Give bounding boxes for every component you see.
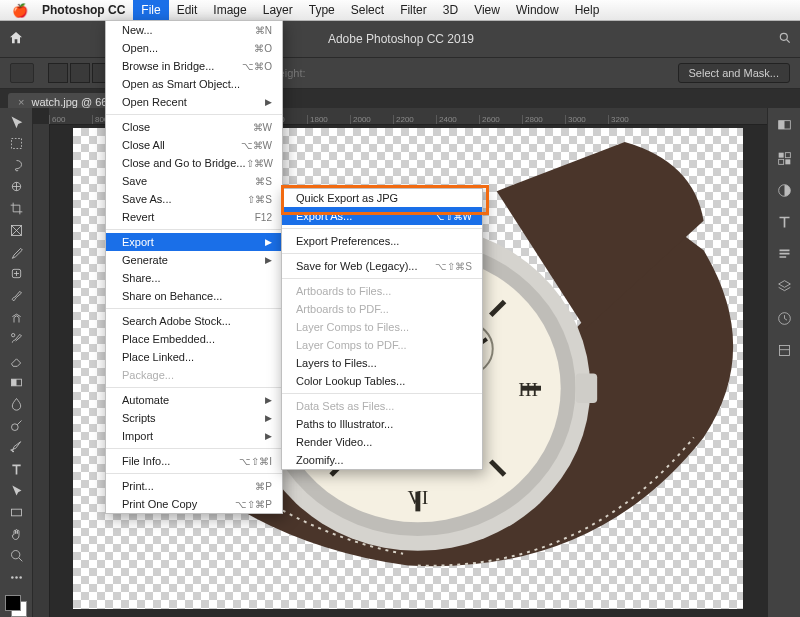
blur-tool-icon[interactable] <box>4 394 28 414</box>
menu-image[interactable]: Image <box>205 0 254 20</box>
libraries-panel-icon[interactable] <box>774 340 794 360</box>
foreground-swatch[interactable] <box>5 595 21 611</box>
submenu-item-zoomify[interactable]: Zoomify... <box>282 451 482 469</box>
home-icon[interactable] <box>8 30 24 48</box>
apple-icon[interactable]: 🍎 <box>6 3 34 18</box>
menu-3d[interactable]: 3D <box>435 0 466 20</box>
hand-tool-icon[interactable] <box>4 524 28 544</box>
menu-item-scripts[interactable]: Scripts▶ <box>106 409 282 427</box>
type-tool-icon[interactable] <box>4 459 28 479</box>
select-and-mask-button[interactable]: Select and Mask... <box>678 63 791 83</box>
menu-item-close-and-go-to-bridge[interactable]: Close and Go to Bridge...⇧⌘W <box>106 154 282 172</box>
dodge-tool-icon[interactable] <box>4 416 28 436</box>
rectangle-tool-icon[interactable] <box>4 503 28 523</box>
move-tool-icon[interactable] <box>4 112 28 132</box>
pen-tool-icon[interactable] <box>4 438 28 458</box>
menu-layer[interactable]: Layer <box>255 0 301 20</box>
color-swatches[interactable] <box>5 595 27 617</box>
menu-shortcut: ⌥⇧⌘P <box>235 499 272 510</box>
submenu-arrow-icon: ▶ <box>265 255 272 265</box>
menu-item-save[interactable]: Save⌘S <box>106 172 282 190</box>
submenu-item-artboards-to-files: Artboards to Files... <box>282 282 482 300</box>
menu-edit[interactable]: Edit <box>169 0 206 20</box>
menu-item-label: Export <box>122 236 154 248</box>
gradient-tool-icon[interactable] <box>4 372 28 392</box>
ruler-tick: 2200 <box>393 115 436 124</box>
submenu-item-export-preferences[interactable]: Export Preferences... <box>282 232 482 250</box>
zoom-tool-icon[interactable] <box>4 546 28 566</box>
tab-close-icon[interactable]: × <box>18 96 24 108</box>
frame-tool-icon[interactable] <box>4 221 28 241</box>
menu-item-close-all[interactable]: Close All⌥⌘W <box>106 136 282 154</box>
menu-item-browse-in-bridge[interactable]: Browse in Bridge...⌥⌘O <box>106 57 282 75</box>
menu-item-search-adobe-stock[interactable]: Search Adobe Stock... <box>106 312 282 330</box>
healing-tool-icon[interactable] <box>4 264 28 284</box>
mac-menubar: 🍎 Photoshop CC FileEditImageLayerTypeSel… <box>0 0 800 21</box>
color-panel-icon[interactable] <box>774 116 794 136</box>
menu-type[interactable]: Type <box>301 0 343 20</box>
swatch-panel-icon[interactable] <box>774 148 794 168</box>
submenu-item-quick-export-as-jpg[interactable]: Quick Export as JPG <box>282 189 482 207</box>
menu-item-import[interactable]: Import▶ <box>106 427 282 445</box>
menu-item-share[interactable]: Share... <box>106 269 282 287</box>
submenu-arrow-icon: ▶ <box>265 413 272 423</box>
submenu-item-color-lookup-tables[interactable]: Color Lookup Tables... <box>282 372 482 390</box>
submenu-item-data-sets-as-files: Data Sets as Files... <box>282 397 482 415</box>
marquee-tool-icon[interactable] <box>4 134 28 154</box>
svg-point-16 <box>11 576 14 579</box>
menu-item-place-embedded[interactable]: Place Embedded... <box>106 330 282 348</box>
menu-item-new[interactable]: New...⌘N <box>106 21 282 39</box>
menu-select[interactable]: Select <box>343 0 392 20</box>
history-brush-tool-icon[interactable] <box>4 329 28 349</box>
history-panel-icon[interactable] <box>774 308 794 328</box>
menu-filter[interactable]: Filter <box>392 0 435 20</box>
menu-item-print-one-copy[interactable]: Print One Copy⌥⇧⌘P <box>106 495 282 513</box>
menu-item-save-as[interactable]: Save As...⇧⌘S <box>106 190 282 208</box>
menu-shortcut: ⌘W <box>253 122 272 133</box>
app-name[interactable]: Photoshop CC <box>34 0 133 20</box>
menu-item-export[interactable]: Export▶ <box>106 233 282 251</box>
search-icon[interactable] <box>778 31 792 47</box>
menu-help[interactable]: Help <box>567 0 608 20</box>
menu-item-open-recent[interactable]: Open Recent▶ <box>106 93 282 111</box>
crop-tool-icon[interactable] <box>4 199 28 219</box>
path-select-tool-icon[interactable] <box>4 481 28 501</box>
submenu-item-export-as[interactable]: Export As...⌥⇧⌘W <box>282 207 482 225</box>
svg-rect-44 <box>785 152 790 157</box>
clone-tool-icon[interactable] <box>4 307 28 327</box>
menu-item-generate[interactable]: Generate▶ <box>106 251 282 269</box>
layers-panel-icon[interactable] <box>774 276 794 296</box>
paragraph-panel-icon[interactable] <box>774 244 794 264</box>
menu-item-revert[interactable]: RevertF12 <box>106 208 282 226</box>
more-tool-icon[interactable] <box>4 568 28 588</box>
submenu-item-render-video[interactable]: Render Video... <box>282 433 482 451</box>
selection-mode-add-icon[interactable] <box>70 63 90 83</box>
menu-item-automate[interactable]: Automate▶ <box>106 391 282 409</box>
type-panel-panel-icon[interactable] <box>774 212 794 232</box>
menu-item-label: File Info... <box>122 455 170 467</box>
quick-select-tool-icon[interactable] <box>4 177 28 197</box>
menu-item-share-on-behance[interactable]: Share on Behance... <box>106 287 282 305</box>
tool-preset-icon[interactable] <box>10 63 34 83</box>
menu-item-place-linked[interactable]: Place Linked... <box>106 348 282 366</box>
menu-item-close[interactable]: Close⌘W <box>106 118 282 136</box>
brush-tool-icon[interactable] <box>4 286 28 306</box>
menu-item-file-info[interactable]: File Info...⌥⇧⌘I <box>106 452 282 470</box>
panels-dock <box>767 108 800 617</box>
submenu-item-paths-to-illustrator[interactable]: Paths to Illustrator... <box>282 415 482 433</box>
menu-file[interactable]: File <box>133 0 168 20</box>
menu-view[interactable]: View <box>466 0 508 20</box>
eyedropper-tool-icon[interactable] <box>4 242 28 262</box>
submenu-item-save-for-web-legacy[interactable]: Save for Web (Legacy)...⌥⇧⌘S <box>282 257 482 275</box>
eraser-tool-icon[interactable] <box>4 351 28 371</box>
svg-point-0 <box>780 33 787 40</box>
selection-mode-new-icon[interactable] <box>48 63 68 83</box>
menu-item-print[interactable]: Print...⌘P <box>106 477 282 495</box>
menu-item-open-as-smart-object[interactable]: Open as Smart Object... <box>106 75 282 93</box>
submenu-item-label: Quick Export as JPG <box>296 192 398 204</box>
lasso-tool-icon[interactable] <box>4 155 28 175</box>
submenu-item-layers-to-files[interactable]: Layers to Files... <box>282 354 482 372</box>
menu-item-open[interactable]: Open...⌘O <box>106 39 282 57</box>
adjust-panel-icon[interactable] <box>774 180 794 200</box>
menu-window[interactable]: Window <box>508 0 567 20</box>
